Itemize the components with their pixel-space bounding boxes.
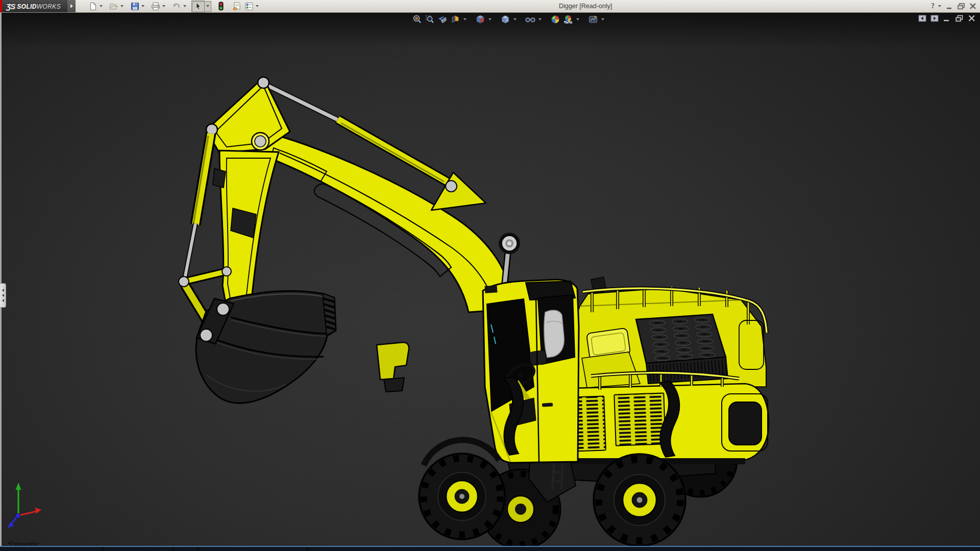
taskbar-sliver[interactable] <box>0 546 980 551</box>
previous-view-icon <box>437 14 448 24</box>
taskbar-separator <box>306 547 308 551</box>
options-dropdown[interactable] <box>256 5 259 7</box>
doc-close-button[interactable] <box>968 15 976 22</box>
save-dropdown[interactable] <box>141 5 144 7</box>
close-button[interactable] <box>969 3 977 10</box>
headsup-view-toolbar <box>411 14 605 25</box>
rebuild-button[interactable] <box>215 1 227 12</box>
view-orientation-button[interactable] <box>475 14 486 25</box>
open-dropdown[interactable] <box>120 5 124 7</box>
model-stick[interactable] <box>213 151 279 308</box>
chevron-left-icon <box>2 294 4 297</box>
edit-appearance-button[interactable] <box>550 14 561 25</box>
model-boom-assembly[interactable] <box>179 77 520 403</box>
undo-dropdown[interactable] <box>183 5 186 7</box>
select-button[interactable] <box>191 1 205 12</box>
section-view-icon <box>450 14 460 24</box>
help-button[interactable]: ? <box>931 2 935 10</box>
file-properties-button[interactable] <box>231 1 243 12</box>
select-dropdown[interactable] <box>205 1 211 12</box>
model-bucket[interactable] <box>196 291 336 403</box>
undo-arrow-icon <box>172 2 181 11</box>
view-orientation-dropdown[interactable] <box>488 18 492 20</box>
chevron-left-icon <box>2 299 4 302</box>
model-seat <box>544 310 564 358</box>
model-grille-right[interactable] <box>614 393 665 445</box>
apply-scene-dropdown[interactable] <box>576 18 579 20</box>
triad-y-axis <box>16 483 21 490</box>
help-dropdown[interactable] <box>938 5 941 7</box>
open-folder-icon <box>109 2 118 11</box>
save-button[interactable] <box>129 1 141 12</box>
doc-minimize-button[interactable] <box>943 15 951 22</box>
zoom-to-area-button[interactable] <box>424 14 435 25</box>
titlebar-window-controls: ? <box>931 0 977 12</box>
solidworks-window: { "window": { "brand": {"glyph": "ƷS", "… <box>0 0 980 551</box>
select-cursor-icon <box>194 2 202 11</box>
window-title: Digger [Read-only] <box>559 3 612 10</box>
triad-z-axis <box>8 522 14 528</box>
open-button[interactable] <box>108 1 120 12</box>
view-cube-icon <box>475 14 485 24</box>
hide-show-items-button[interactable] <box>525 14 536 25</box>
model-boom[interactable] <box>256 133 510 312</box>
restore-button[interactable] <box>957 3 966 10</box>
brand-light: WORKS <box>37 3 61 10</box>
options-button[interactable] <box>243 1 255 12</box>
eyeglasses-icon <box>525 14 536 24</box>
save-floppy-icon <box>131 2 139 11</box>
taskbar-separator <box>197 547 199 551</box>
model-front-fender[interactable] <box>377 342 409 392</box>
minimize-button[interactable] <box>946 3 954 10</box>
view-settings-icon <box>588 14 598 24</box>
previous-view-button[interactable] <box>437 14 448 25</box>
viewport-triad <box>8 483 41 528</box>
apply-scene-button[interactable] <box>562 14 574 25</box>
undo-button[interactable] <box>170 1 183 12</box>
titlebar[interactable]: ƷS SOLIDWORKS Digger [Read- <box>0 0 980 13</box>
new-dropdown[interactable] <box>100 5 103 7</box>
appearance-ball-icon <box>550 14 560 24</box>
pane-next-button[interactable] <box>930 15 939 22</box>
document-window-controls <box>918 15 976 22</box>
model-tail-panel[interactable] <box>729 402 762 445</box>
taskbar-separator <box>102 547 104 551</box>
standard-toolbar <box>87 1 260 12</box>
zoom-fit-icon <box>412 14 422 24</box>
display-style-dropdown[interactable] <box>513 18 517 20</box>
new-document-icon <box>89 2 97 11</box>
options-list-icon <box>244 2 254 11</box>
display-style-icon <box>500 14 510 24</box>
panel-edge-line <box>0 12 2 551</box>
section-view-button[interactable] <box>450 14 461 25</box>
chevron-left-icon <box>2 289 4 292</box>
model-excavator[interactable] <box>0 12 980 551</box>
arrow-right-icon <box>70 4 73 8</box>
view-settings-button[interactable] <box>587 14 599 25</box>
printer-icon <box>151 2 160 11</box>
new-button[interactable] <box>87 1 99 12</box>
file-properties-icon <box>232 2 242 11</box>
hide-show-dropdown[interactable] <box>538 18 542 20</box>
model-wheel-rear-near[interactable] <box>594 454 685 546</box>
model-bucket-cylinder-rod[interactable] <box>184 223 195 281</box>
display-style-button[interactable] <box>500 14 511 25</box>
print-button[interactable] <box>150 1 162 12</box>
triad-x-axis <box>35 508 41 514</box>
doc-restore-button[interactable] <box>955 15 964 22</box>
taskbar-separator <box>172 547 174 551</box>
pane-previous-button[interactable] <box>918 15 926 22</box>
brand-bold: SOLID <box>17 3 37 10</box>
solidworks-logo-glyph: ƷS <box>6 2 15 11</box>
featuremanager-collapsed-tab[interactable] <box>0 283 6 308</box>
print-dropdown[interactable] <box>162 5 165 7</box>
graphics-viewport[interactable]: *Dimetric <box>0 12 980 551</box>
model-wheel-front-near[interactable] <box>419 440 505 539</box>
view-settings-dropdown[interactable] <box>601 18 604 20</box>
scene-ball-icon <box>563 14 573 24</box>
caret-icon <box>206 5 209 7</box>
zoom-to-fit-button[interactable] <box>411 14 423 25</box>
menu-flyout-button[interactable] <box>67 0 76 12</box>
zoom-area-icon <box>425 14 435 24</box>
section-dropdown[interactable] <box>463 18 467 20</box>
